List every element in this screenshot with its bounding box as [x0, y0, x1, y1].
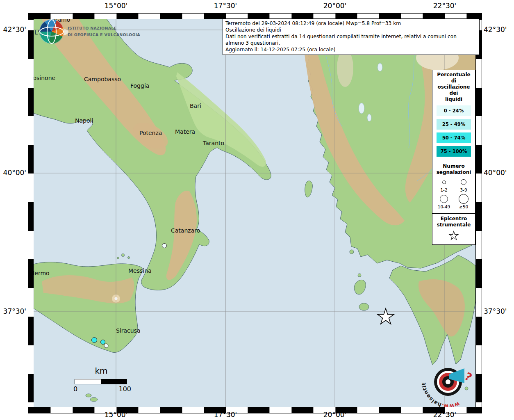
axis-label-top-lon: 22°30'	[426, 2, 463, 10]
frame-band-bottom	[28, 407, 482, 413]
legend-epicenter-title: Epicentro strumentale	[434, 216, 473, 228]
axis-label-right-lat: 37°30'	[484, 307, 507, 315]
axis-label-bottom-lon: 20°00'	[316, 411, 353, 419]
event-map-type-line: Oscillazione dei liquidi	[225, 27, 477, 33]
count-label: 10-49	[438, 204, 450, 209]
axis-label-bottom-lon: 22°30'	[426, 411, 463, 419]
frame-corner	[475, 407, 482, 413]
legend-panel: Percentuale di oscillazione dei liquidi …	[432, 70, 475, 245]
scale-unit: km	[75, 366, 128, 376]
epicenter-star-icon	[376, 307, 396, 327]
city-label-taranto: Taranto	[203, 140, 224, 146]
city-label-frosinone: Frosinone	[34, 75, 55, 81]
legend-count-class: ≥50	[454, 194, 473, 209]
ithaki-island	[358, 274, 361, 277]
legend-count-class: 3-9	[454, 177, 473, 192]
city-label-potenza: Potenza	[139, 130, 162, 136]
city-label-siracusa: Siracusa	[116, 327, 141, 334]
legend-count-class: 1-2	[434, 177, 454, 192]
ingv-name-line1: ISTITUTO NAZIONALE	[68, 25, 140, 32]
legend-swatch-0-24: 0 - 24%	[437, 105, 471, 116]
count-circle-icon	[459, 194, 469, 204]
legend-count-title: Numero segnalazioni	[434, 163, 473, 176]
city-label-foggia: Foggia	[130, 82, 149, 89]
count-label: 1-2	[440, 187, 447, 192]
ingv-name-line2: DI GEOFISICA E VULCANOLOGIA	[68, 32, 140, 38]
axis-label-top-lon: 17°30'	[207, 2, 244, 10]
city-label-campobasso: Campobasso	[84, 76, 121, 82]
observation-point	[104, 344, 109, 348]
count-label: 3-9	[460, 187, 467, 192]
scale-start-label: 0	[73, 385, 77, 393]
scale-bar-graphic	[75, 379, 127, 384]
axis-label-left-lat: 37°30'	[1, 307, 26, 315]
map-page: 15°00' 17°30' 20°00' 22°30' 15°00' 17°30…	[0, 0, 514, 420]
axis-label-bottom-lon: 17°30'	[207, 411, 244, 419]
ingv-logo: ISTITUTO NAZIONALE DI GEOFISICA E VULCAN…	[39, 19, 140, 44]
axis-label-left-lat: 40°00'	[1, 169, 26, 177]
city-label-matera: Matera	[175, 128, 195, 135]
legend-count-class: 10-49	[434, 194, 454, 209]
haisentitoilterremoto-watermark: ? www.haisentitoilterremoto.it	[417, 351, 475, 407]
count-circle-icon	[461, 179, 466, 185]
axis-label-right-lat: 42°30'	[484, 25, 507, 34]
frame-corner	[28, 407, 34, 413]
event-disclaimer-line: Dati non verificati estratti da 14 quest…	[225, 33, 477, 46]
event-title-line: Terremoto del 29-03-2024 08:12:49 (ora l…	[225, 20, 477, 27]
watermark-www: www.	[441, 401, 460, 407]
count-label: ≥50	[459, 204, 468, 209]
scale-bar: km 0 100	[75, 366, 128, 393]
observation-point	[162, 243, 167, 248]
event-info-box: Terremoto del 29-03-2024 08:12:49 (ora l…	[223, 18, 480, 55]
city-label-bari: Bari	[190, 103, 201, 109]
legend-swatch-50-74: 50 - 74%	[437, 132, 471, 143]
lefkada-island	[350, 250, 354, 254]
epicenter-star-legend-icon	[448, 231, 459, 241]
malta-island	[90, 397, 98, 402]
frame-band-right	[475, 19, 482, 408]
axis-label-right-lat: 40°00'	[484, 169, 507, 177]
event-updated-line: Aggiornato il: 14-12-2025 07:25 (ora loc…	[225, 46, 477, 53]
axis-label-top-lon: 20°00'	[316, 2, 353, 10]
city-label-palermo: Palermo	[34, 270, 50, 276]
zakynthos-island	[359, 303, 369, 310]
map-canvas: Teramo L'Aquila Frosinone Campobasso Fog…	[34, 19, 475, 407]
axis-label-bottom-lon: 15°00'	[98, 411, 134, 419]
axis-label-left-lat: 42°30'	[1, 25, 26, 34]
ingv-globe-icon	[39, 19, 64, 44]
city-label-catanzaro: Catanzaro	[171, 227, 200, 234]
legend-swatch-75-100: 75 - 100%	[437, 146, 471, 157]
aeolian-island	[117, 257, 119, 259]
malta-island	[86, 394, 91, 397]
legend-percent-title: Percentuale di oscillazione dei liquidi	[434, 72, 473, 103]
axis-label-top-lon: 15°00'	[98, 2, 134, 10]
observation-point	[91, 337, 97, 343]
watermark-center-dot	[446, 379, 450, 384]
city-label-messina: Messina	[128, 267, 152, 274]
count-circle-icon	[442, 180, 446, 184]
city-label-napoli: Napoli	[75, 117, 93, 124]
watermark-it: .it	[417, 351, 418, 352]
scale-end-label: 100	[118, 385, 131, 393]
aeolian-island	[122, 254, 125, 257]
aeolian-island	[128, 257, 130, 259]
count-circle-icon	[440, 195, 448, 203]
legend-swatch-25-49: 25 - 49%	[437, 119, 471, 130]
